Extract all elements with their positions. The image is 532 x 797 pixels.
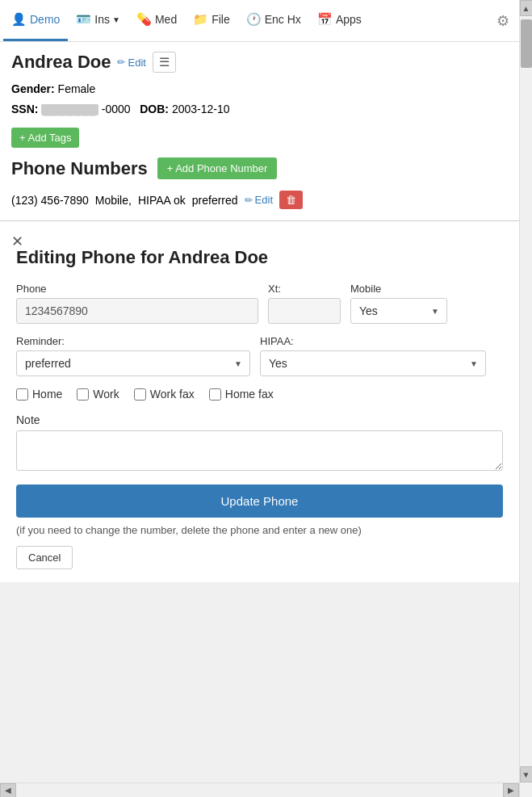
tab-apps[interactable]: 📅 Apps xyxy=(309,0,370,41)
ssn-suffix: -0000 xyxy=(102,103,131,115)
home-checkbox[interactable] xyxy=(16,388,28,401)
file-icon: 📁 xyxy=(193,12,208,27)
scroll-thumb[interactable] xyxy=(521,19,532,68)
gender-label: Gender: xyxy=(11,82,55,95)
xt-field-label: Xt: xyxy=(268,283,341,295)
hint-text: (if you need to change the number, delet… xyxy=(16,524,503,536)
xt-field-group: Xt: xyxy=(268,283,341,324)
work-fax-checkbox-label[interactable]: Work fax xyxy=(134,388,195,401)
home-fax-checkbox-label[interactable]: Home fax xyxy=(209,388,274,401)
work-label: Work xyxy=(93,388,119,401)
phone-hipaa: HIPAA ok xyxy=(138,194,186,207)
work-checkbox-label[interactable]: Work xyxy=(77,388,119,401)
home-fax-checkbox[interactable] xyxy=(209,388,221,401)
cancel-button[interactable]: Cancel xyxy=(16,546,73,569)
horizontal-scrollbar: ◀ ▶ xyxy=(0,782,519,797)
patient-name: Andrea Doe xyxy=(11,52,111,73)
tab-file[interactable]: 📁 File xyxy=(185,0,238,41)
person-icon: 👤 xyxy=(11,12,27,27)
xt-input[interactable] xyxy=(268,298,341,324)
med-icon: 💊 xyxy=(136,12,152,27)
mobile-field-label: Mobile xyxy=(350,283,447,295)
add-phone-button[interactable]: + Add Phone Number xyxy=(157,157,278,179)
gender-value: Female xyxy=(58,82,96,95)
vertical-scrollbar: ▲ ▼ xyxy=(519,0,532,797)
phone-number: (123) 456-7890 xyxy=(11,194,89,207)
note-input[interactable] xyxy=(16,430,503,471)
enc-hx-icon: 🕐 xyxy=(246,12,262,27)
phone-edit-link[interactable]: ✏ Edit xyxy=(245,194,273,206)
close-icon[interactable]: ✕ xyxy=(11,233,23,250)
ssn-label: SSN: xyxy=(11,103,38,115)
mobile-select[interactable]: Yes No xyxy=(350,298,447,324)
patient-edit-link[interactable]: ✏ Edit xyxy=(117,57,145,69)
patient-details: Gender: Female SSN: ███████ -0000 DOB: 2… xyxy=(11,79,508,120)
hipaa-field-group: HIPAA: Yes No xyxy=(260,335,486,376)
scroll-up-arrow[interactable]: ▲ xyxy=(520,0,533,16)
ins-caret-icon: ▼ xyxy=(112,15,120,24)
reminder-hipaa-row: Reminder: preferred ok no HIPAA: Yes No xyxy=(16,335,503,376)
reminder-label: Reminder: xyxy=(16,335,250,347)
work-fax-label: Work fax xyxy=(150,388,195,401)
tab-med[interactable]: 💊 Med xyxy=(128,0,185,41)
editing-title: Editing Phone for Andrea Doe xyxy=(16,247,503,268)
home-checkbox-label[interactable]: Home xyxy=(16,388,62,401)
scroll-left-arrow[interactable]: ◀ xyxy=(0,783,16,798)
phone-numbers-header: Phone Numbers + Add Phone Number xyxy=(11,157,508,179)
phone-input[interactable] xyxy=(16,298,258,324)
phone-numbers-title: Phone Numbers xyxy=(11,158,148,179)
phone-entry-row: (123) 456-7890 Mobile, HIPAA ok preferre… xyxy=(11,187,508,212)
reminder-select[interactable]: preferred ok no xyxy=(16,350,250,376)
add-tags-button[interactable]: + Add Tags xyxy=(11,128,79,148)
home-fax-label: Home fax xyxy=(225,388,274,401)
home-label: Home xyxy=(32,388,62,401)
patient-header: Andrea Doe ✏ Edit ☰ xyxy=(11,52,508,73)
dob-value: 2003-12-10 xyxy=(172,103,230,115)
phone-preferred: preferred xyxy=(192,194,238,207)
pencil-icon: ✏ xyxy=(245,195,253,206)
tab-ins[interactable]: 🪪 Ins ▼ xyxy=(68,0,128,41)
scroll-right-arrow[interactable]: ▶ xyxy=(503,783,519,798)
work-checkbox[interactable] xyxy=(77,388,89,401)
update-phone-button[interactable]: Update Phone xyxy=(16,484,503,518)
patient-menu-button[interactable]: ☰ xyxy=(153,52,176,73)
ins-icon: 🪪 xyxy=(76,12,91,27)
ssn-masked: ███████ xyxy=(41,104,98,115)
phone-xt-mobile-row: Phone Xt: Mobile Yes No xyxy=(16,283,503,324)
hipaa-select-wrapper: Yes No xyxy=(260,350,486,376)
pencil-icon: ✏ xyxy=(117,57,125,68)
top-navigation: 👤 Demo 🪪 Ins ▼ 💊 Med 📁 File 🕐 Enc Hx 📅 A… xyxy=(0,0,519,42)
phone-type-checkboxes: Home Work Work fax Home fax xyxy=(16,388,503,401)
tab-demo[interactable]: 👤 Demo xyxy=(3,0,68,41)
hipaa-label: HIPAA: xyxy=(260,335,486,347)
phone-field-group: Phone xyxy=(16,283,258,324)
reminder-field-group: Reminder: preferred ok no xyxy=(16,335,250,376)
dob-label: DOB: xyxy=(140,103,169,115)
edit-phone-panel: ✕ Editing Phone for Andrea Doe Phone Xt:… xyxy=(0,220,519,582)
phone-delete-button[interactable]: 🗑 xyxy=(279,191,303,209)
phone-field-label: Phone xyxy=(16,283,258,295)
apps-icon: 📅 xyxy=(317,12,333,27)
patient-info-section: Andrea Doe ✏ Edit ☰ Gender: Female SSN: … xyxy=(0,42,519,220)
mobile-field-group: Mobile Yes No xyxy=(350,283,447,324)
note-label: Note xyxy=(16,413,503,426)
wrench-icon[interactable]: ⚙ xyxy=(490,7,516,35)
hipaa-select[interactable]: Yes No xyxy=(260,350,486,376)
scroll-down-arrow[interactable]: ▼ xyxy=(520,766,533,782)
mobile-select-wrapper: Yes No xyxy=(350,298,447,324)
reminder-select-wrapper: preferred ok no xyxy=(16,350,250,376)
work-fax-checkbox[interactable] xyxy=(134,388,146,401)
tab-enc-hx[interactable]: 🕐 Enc Hx xyxy=(238,0,309,41)
phone-type: Mobile, xyxy=(95,194,132,207)
